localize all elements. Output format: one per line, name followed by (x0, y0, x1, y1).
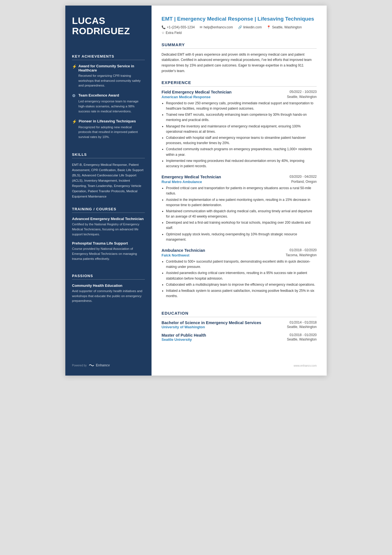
experience-section-title: EXPERIENCE (162, 80, 317, 87)
contact-location: 📍 Seattle, Washington (267, 25, 302, 29)
training-title-2: Prehospital Trauma Life Support (72, 241, 145, 245)
last-name: RODRIGUEZ (72, 26, 130, 36)
enhancv-logo-icon (88, 363, 95, 367)
bullet: Collaborated with hospital staff and eme… (166, 135, 317, 146)
skills-text: EMT-B, Emergency Medical Response, Patie… (72, 162, 145, 199)
passion-title-1: Community Health Education (72, 283, 145, 288)
edu-location-2: Seattle, Washington (287, 337, 317, 342)
achievement-item: ⚡ Award for Community Service in Healthc… (72, 64, 145, 88)
exp-company-row-3: Falck Northwest Tacoma, Washington (162, 253, 317, 257)
exp-company-2: Rural Metro Ambulance (162, 180, 202, 184)
contact-email: ✉ help@enhancv.com (200, 25, 233, 29)
exp-dates-1: 05/2022 - 10/2023 (290, 90, 317, 94)
achievement-icon-2: ⚙ (72, 93, 76, 98)
bullet: Provided critical care and transportatio… (166, 186, 317, 196)
training-item-2: Prehospital Trauma Life Support Course p… (72, 241, 145, 261)
achievement-title-1: ⚡ Award for Community Service in Healthc… (72, 64, 145, 72)
main-content: EMT | Emergency Medical Response | Lifes… (152, 6, 327, 376)
edu-header-1: Bachelor of Science in Emergency Medical… (162, 320, 317, 325)
exp-item-1: Field Emergency Medical Technician 05/20… (162, 90, 317, 170)
resume-container: LUCAS RODRIGUEZ KEY ACHIEVEMENTS ⚡ Award… (65, 6, 327, 376)
bullet: Assisted paramedics during critical care… (166, 270, 317, 281)
edu-header-2: Master of Public Health 01/2018 - 01/202… (162, 333, 317, 337)
bullet: Initiated a feedback system to assess pa… (166, 288, 317, 299)
summary-text: Dedicated EMT with 6 years experience an… (162, 52, 317, 74)
edu-school-row-2: Seattle University Seattle, Washington (162, 337, 317, 342)
exp-header-2: Emergency Medical Technician 03/2020 - 0… (162, 175, 317, 179)
exp-bullets-2: Provided critical care and transportatio… (162, 186, 317, 242)
bullet: Conducted community outreach programs on… (166, 147, 317, 157)
sidebar: LUCAS RODRIGUEZ KEY ACHIEVEMENTS ⚡ Award… (65, 6, 152, 376)
exp-dates-2: 03/2020 - 04/2022 (290, 175, 317, 179)
exp-item-3: Ambulance Technician 01/2018 - 02/2020 F… (162, 248, 317, 300)
training-item-1: Advanced Emergency Medical Technician Ce… (72, 217, 145, 237)
exp-company-row-1: American Medical Response Seattle, Washi… (162, 95, 317, 99)
skills-section-title: SKILLS (72, 152, 145, 158)
training-section-title: TRAINING / COURSES (72, 207, 145, 213)
exp-title-3: Ambulance Technician (162, 248, 205, 253)
edu-dates-1: 01/2014 - 01/2018 (290, 320, 317, 324)
email-icon: ✉ (200, 25, 202, 29)
edu-item-1: Bachelor of Science in Emergency Medical… (162, 320, 317, 329)
footer-website: www.enhancv.com (294, 364, 317, 367)
exp-company-row-2: Rural Metro Ambulance Portland, Oregon (162, 180, 317, 184)
exp-company-1: American Medical Response (162, 95, 210, 99)
bullet: Developed and led a first-aid training w… (166, 220, 317, 231)
exp-bullets-1: Responded to over 250 emergency calls, p… (162, 101, 317, 169)
bullet: Implemented new reporting procedures tha… (166, 158, 317, 169)
link-icon: 🔗 (238, 25, 242, 29)
edu-degree-1: Bachelor of Science in Emergency Medical… (162, 320, 261, 325)
bullet: Contributed to 500+ successful patient t… (166, 259, 317, 270)
first-name: LUCAS (72, 15, 105, 26)
edu-location-1: Seattle, Washington (287, 325, 317, 329)
exp-location-3: Tacoma, Washington (286, 253, 317, 257)
exp-title-1: Field Emergency Medical Technician (162, 90, 232, 94)
star-icon: ☆ (162, 31, 165, 35)
achievements-list: ⚡ Award for Community Service in Healthc… (72, 64, 145, 145)
exp-bullets-3: Contributed to 500+ successful patient t… (162, 259, 317, 299)
sidebar-footer: Powered by Enhancv (72, 357, 145, 367)
bullet: Responded to over 250 emergency calls, p… (166, 101, 317, 111)
exp-item-2: Emergency Medical Technician 03/2020 - 0… (162, 175, 317, 243)
training-desc-2: Course provided by National Association … (72, 246, 145, 261)
exp-location-2: Portland, Oregon (291, 180, 317, 184)
exp-header-1: Field Emergency Medical Technician 05/20… (162, 90, 317, 94)
achievement-desc-2: Led emergency response team to manage hi… (78, 99, 145, 114)
training-desc-1: Certified by the National Registry of Em… (72, 222, 145, 237)
summary-section-title: SUMMARY (162, 42, 317, 49)
powered-by-label: Powered by (72, 364, 87, 367)
contact-row: 📞 +1-(234)-555-1234 ✉ help@enhancv.com 🔗… (162, 25, 317, 35)
achievement-title-2: ⚙ Team Excellence Award (72, 93, 145, 98)
bullet: Assisted in the implementation of a new … (166, 197, 317, 208)
candidate-name: LUCAS RODRIGUEZ (72, 16, 145, 36)
exp-title-2: Emergency Medical Technician (162, 175, 221, 179)
achievement-item: ⚙ Team Excellence Award Led emergency re… (72, 93, 145, 114)
main-header-title: EMT | Emergency Medical Response | Lifes… (162, 16, 317, 23)
passions-list: Community Health Education Avid supporte… (72, 283, 145, 304)
passions-section-title: PASSIONS (72, 274, 145, 280)
education-section-title: EDUCATION (162, 311, 317, 317)
achievement-desc-3: Recognized for adopting new medical prot… (78, 125, 145, 140)
achievement-icon-1: ⚡ (72, 64, 76, 69)
location-icon: 📍 (267, 25, 271, 29)
training-title-1: Advanced Emergency Medical Technician (72, 217, 145, 221)
training-list: Advanced Emergency Medical Technician Ce… (72, 217, 145, 266)
exp-header-3: Ambulance Technician 01/2018 - 02/2020 (162, 248, 317, 253)
edu-school-row-1: University of Washington Seattle, Washin… (162, 325, 317, 329)
exp-location-1: Seattle, Washington (287, 95, 317, 99)
edu-school-2: Seattle University (162, 337, 192, 342)
bullet: Optimized supply stock levels, reducing … (166, 232, 317, 242)
exp-dates-3: 01/2018 - 02/2020 (290, 248, 317, 252)
bullet: Maintained communication with dispatch d… (166, 209, 317, 219)
achievements-section-title: KEY ACHIEVEMENTS (72, 54, 145, 60)
exp-company-3: Falck Northwest (162, 253, 189, 257)
edu-school-1: University of Washington (162, 325, 205, 329)
contact-phone: 📞 +1-(234)-555-1234 (162, 25, 195, 29)
passion-desc-1: Avid supporter of community health initi… (72, 289, 145, 304)
edu-item-2: Master of Public Health 01/2018 - 01/202… (162, 333, 317, 342)
edu-dates-2: 01/2018 - 01/2020 (290, 333, 317, 337)
main-footer: www.enhancv.com (162, 359, 317, 367)
achievement-title-3: ⚡ Pioneer in Lifesaving Techniques (72, 119, 145, 124)
bullet: Collaborated with a multidisciplinary te… (166, 282, 317, 287)
contact-linkedin[interactable]: 🔗 linkedin.com (238, 25, 262, 29)
